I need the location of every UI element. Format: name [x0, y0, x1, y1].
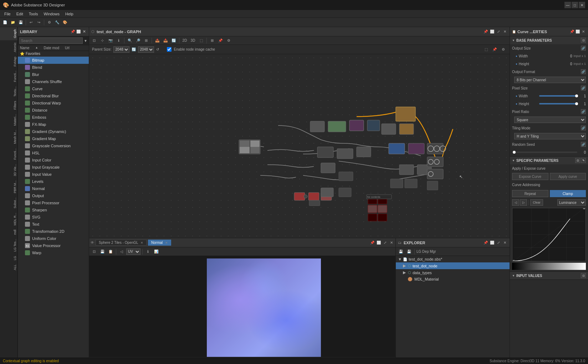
output-format-select[interactable]: 8 Bits per Channel 16 Bits per Channel 3…	[514, 77, 586, 83]
explorer-save-all-btn[interactable]: 💾	[405, 248, 413, 255]
value-nodes[interactable]	[368, 197, 387, 221]
graph-tool-split[interactable]: ⬚	[198, 37, 205, 44]
viewport-tab-normal[interactable]: Normal ✕	[148, 240, 171, 246]
specific-params-icon2[interactable]: ✎	[581, 158, 586, 163]
lib-item-blur[interactable]: Blur	[18, 71, 89, 78]
sidebar-section-fxmap[interactable]: FxMap	[0, 55, 17, 69]
graph-tool-3d[interactable]: 3D	[189, 37, 196, 44]
tiling-mode-select[interactable]: H and Y Tiling No Tiling H Tiling V Tili…	[514, 133, 586, 139]
apply-curve-btn[interactable]: Apply curve	[550, 173, 586, 180]
specific-params-icon1[interactable]: ⊡	[575, 158, 580, 163]
sidebar-section-function2[interactable]: Functi...	[0, 146, 17, 162]
base-parameters-header[interactable]: ▼ BASE PARAMETERS ⊡	[510, 36, 588, 44]
toolbar-save[interactable]: 💾	[17, 19, 24, 26]
lib-item-normal[interactable]: Normal	[18, 185, 89, 192]
properties-close-icon[interactable]: ✕	[581, 29, 586, 34]
pixel-ratio-select[interactable]: Square	[514, 117, 586, 123]
curve-clear-btn[interactable]: Clear	[530, 199, 543, 206]
sidebar-section-function[interactable]: Functi...	[0, 68, 17, 84]
size-icon[interactable]: 🔄	[132, 47, 136, 51]
toolbar-undo[interactable]: ↩	[27, 19, 35, 26]
node-cluster-right[interactable]	[382, 124, 431, 188]
output-size-icon[interactable]: 🔗	[581, 46, 586, 51]
graph-node-btn3[interactable]: ⚙	[500, 46, 507, 53]
menu-windows[interactable]: Windows	[41, 11, 62, 17]
lib-item-bitmap[interactable]: Bitmap	[18, 57, 89, 64]
random-seed-slider[interactable]	[514, 152, 577, 153]
sidebar-section-graph[interactable]: Graph	[0, 27, 17, 40]
graph-tool-2d[interactable]: 2D	[181, 37, 188, 44]
graph-tool-share[interactable]: ⚙	[225, 37, 232, 44]
lib-item-distance[interactable]: Distance	[18, 107, 89, 114]
sidebar-section-lg[interactable]: LG	[0, 254, 17, 262]
graph-tool-export[interactable]: 📤	[154, 37, 161, 44]
specific-parameters-header[interactable]: ▼ SPECIFIC PARAMETERS ⊡ ✎	[510, 157, 588, 164]
sidebar-section-pbr[interactable]: PBR M...	[0, 178, 17, 195]
toolbar-redo[interactable]: ↪	[35, 19, 42, 26]
curve-canvas[interactable]	[512, 208, 586, 261]
graph-tool-link[interactable]: ⊞	[209, 37, 216, 44]
properties-pin-icon[interactable]: 📌	[569, 29, 574, 34]
explorer-save-btn[interactable]: 💾	[397, 248, 404, 255]
tree-item-data-types[interactable]: ▶ ⬡ data_types	[396, 269, 510, 276]
lib-item-directional-warp[interactable]: Directional Warp	[18, 99, 89, 107]
size-select-2[interactable]: 2048	[138, 46, 154, 53]
viewport-tab-sphere[interactable]: Sphere 2 Tiles - OpenGL ✕	[96, 240, 147, 246]
viewport-canvas[interactable]	[89, 256, 395, 357]
enable-cache-checkbox[interactable]	[167, 47, 172, 52]
lib-item-transformation-2d[interactable]: Transformation 2D	[18, 228, 89, 235]
graph-tool-zoom-out[interactable]: 🔎	[134, 37, 142, 44]
lib-item-input-color[interactable]: Input Color	[18, 157, 89, 164]
lib-item-emboss[interactable]: Emboss	[18, 114, 89, 121]
graph-node-btn1[interactable]: ⬚	[482, 46, 490, 53]
graph-float-icon[interactable]: ⬜	[490, 29, 495, 34]
expose-curve-btn[interactable]: Expose Curve	[512, 173, 548, 180]
explorer-pin-icon[interactable]: 📌	[483, 240, 488, 245]
channel-select[interactable]: Luminance Red Green Blue Alpha	[557, 199, 586, 206]
lib-item-directional-blur[interactable]: Directional Blur	[18, 92, 89, 99]
input-values-icon[interactable]: ⊡	[581, 273, 586, 278]
sidebar-section-filters[interactable]: Filters	[0, 99, 17, 112]
lib-item-input-grayscale[interactable]: Input Grayscale	[18, 164, 89, 171]
lib-item-svg[interactable]: SVG	[18, 214, 89, 221]
lib-item-pixel-processor[interactable]: Pixel Processor	[18, 199, 89, 206]
random-seed-icon[interactable]: 🔗	[581, 142, 586, 147]
menu-file[interactable]: File	[1, 11, 14, 17]
parent-size-select[interactable]: 2048 1024 512 256	[113, 46, 129, 53]
menu-tools[interactable]: Tools	[26, 11, 41, 17]
menu-help[interactable]: Help	[62, 11, 76, 17]
pixel-size-icon[interactable]: 🔗	[581, 86, 586, 91]
graph-tool-frame[interactable]: ⊞	[143, 37, 150, 44]
repeat-btn[interactable]: Repeat	[512, 190, 548, 197]
lib-item-sharpen[interactable]: Sharpen	[18, 206, 89, 214]
lib-item-gradient-dynamic[interactable]: Gradient (Dynamic)	[18, 128, 89, 135]
library-filter-icon[interactable]: ▼	[84, 39, 87, 43]
menu-edit[interactable]: Edit	[14, 11, 26, 17]
graph-tool-fit[interactable]: ⊡	[91, 37, 98, 44]
viewport-uv-select[interactable]: UV	[126, 248, 140, 255]
graph-node-btn2[interactable]: 📌	[491, 46, 498, 53]
toolbar-new[interactable]: 📄	[1, 19, 9, 26]
lib-item-curve[interactable]: Curve	[18, 85, 89, 92]
tree-item-root[interactable]: ▼ 📄 test_dot_node.sbs*	[396, 256, 510, 262]
graph-tool-cook[interactable]: 🔄	[170, 37, 177, 44]
lib-item-channels-shuffle[interactable]: Channels Shuffle	[18, 78, 89, 85]
curve-next-btn[interactable]: ▷	[520, 199, 527, 206]
sidebar-section-3dview[interactable]: 3D Vie...	[0, 162, 17, 178]
toolbar-btn2[interactable]: 🔧	[53, 19, 61, 26]
viewport-close-icon[interactable]: ✕	[389, 240, 394, 245]
tree-item-mdl-material[interactable]: MDL_Material	[396, 276, 510, 282]
toolbar-open[interactable]: 📁	[9, 19, 16, 26]
toolbar-btn1[interactable]: ⚙	[46, 19, 53, 26]
viewport-tab-sphere-close[interactable]: ✕	[140, 241, 143, 245]
graph-tool-camera[interactable]: 📷	[107, 37, 114, 44]
graph-maximize-icon[interactable]: ⤢	[496, 29, 501, 34]
graph-tool-select[interactable]: ⊹	[99, 37, 106, 44]
library-dock-icon[interactable]: 📌	[70, 29, 75, 34]
sidebar-section-texture[interactable]: Textu...	[0, 84, 17, 99]
library-float-icon[interactable]: ⬜	[76, 29, 81, 34]
library-close-icon[interactable]: ✕	[82, 29, 87, 34]
output-format-icon[interactable]: 🔗	[581, 69, 586, 74]
lib-item-hsl[interactable]: HSL	[18, 149, 89, 157]
viewport-maximize-icon[interactable]: ⤢	[383, 240, 388, 245]
